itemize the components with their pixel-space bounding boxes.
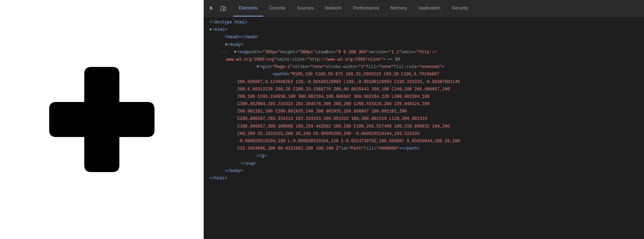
line-svg-open-cont: www.w3.org/2000/svg" xmlns:xlink="http:/… xyxy=(204,56,644,63)
devtools-tab-bar: Elements Console Sources Network Perform… xyxy=(204,0,644,17)
line-path-2: 200,6.66312239 200,20 C200,33.3368776 20… xyxy=(204,86,644,93)
cross-svg xyxy=(49,67,155,172)
line-path-5: 200.001101,200 C200.001835,240 200.00183… xyxy=(204,108,644,115)
line-path-8: C60,200 33.3333333,200 20,200 C6.6660529… xyxy=(204,130,644,138)
tab-network[interactable]: Network xyxy=(320,0,348,16)
tab-memory[interactable]: Memory xyxy=(385,0,413,16)
tab-security[interactable]: Security xyxy=(446,0,474,16)
svg-rect-0 xyxy=(221,6,224,11)
line-html-open: ▼<html> xyxy=(204,26,644,34)
devtools-panel: Elements Console Sources Network Perform… xyxy=(204,0,644,239)
line-path-4: C300.052004,193.333333 293.384576,200 28… xyxy=(204,101,644,108)
line-path-3: 280,100 C293.334856,100 300.002284,106.6… xyxy=(204,93,644,101)
svg-rect-1 xyxy=(224,7,226,11)
line-path-1: 106.666667,0.124666263 120,-0.0010012099… xyxy=(204,78,644,86)
line-doctype: <!doctype html> xyxy=(204,19,644,26)
line-path-10: C33.3654996,100 60.0321662,100 100,100 Z… xyxy=(204,145,644,152)
line-path-9: -0.000920519104,180 L-0.000920519104,120… xyxy=(204,138,644,145)
line-head: <head></head> xyxy=(204,34,644,41)
tab-elements[interactable]: Elements xyxy=(233,0,263,16)
tab-application[interactable]: Application xyxy=(413,0,446,16)
select-element-icon[interactable] xyxy=(207,4,217,13)
line-path-7: C106.666667,300.109608 100,293.442502 10… xyxy=(204,123,644,130)
line-svg-close: </svg> xyxy=(204,160,644,168)
devtools-content: <!doctype html> ▼<html> <head></head> ▼<… xyxy=(204,17,644,239)
device-toggle-icon[interactable] xyxy=(218,4,228,13)
line-body-open: ▼<body> xyxy=(204,41,644,49)
line-g-close: </g> xyxy=(204,152,644,160)
tab-console[interactable]: Console xyxy=(263,0,291,16)
line-body-close: </body> xyxy=(204,168,644,175)
line-path-open: <path d="M100,100 C100,59.875 100,33.208… xyxy=(204,71,644,78)
line-path-6: C200.000367,293.334213 193.333333,300.00… xyxy=(204,115,644,123)
left-panel xyxy=(0,0,204,239)
tab-performance[interactable]: Performance xyxy=(347,0,385,16)
line-html-close: </html> xyxy=(204,175,644,182)
devtools-icon-group xyxy=(205,4,230,13)
tab-sources[interactable]: Sources xyxy=(291,0,320,16)
line-g-open: ▼<g id="Page-1" stroke="none" stroke-wid… xyxy=(204,63,644,71)
line-svg-open: ··· ▼<svg width="300px" height="300px" v… xyxy=(204,49,644,56)
